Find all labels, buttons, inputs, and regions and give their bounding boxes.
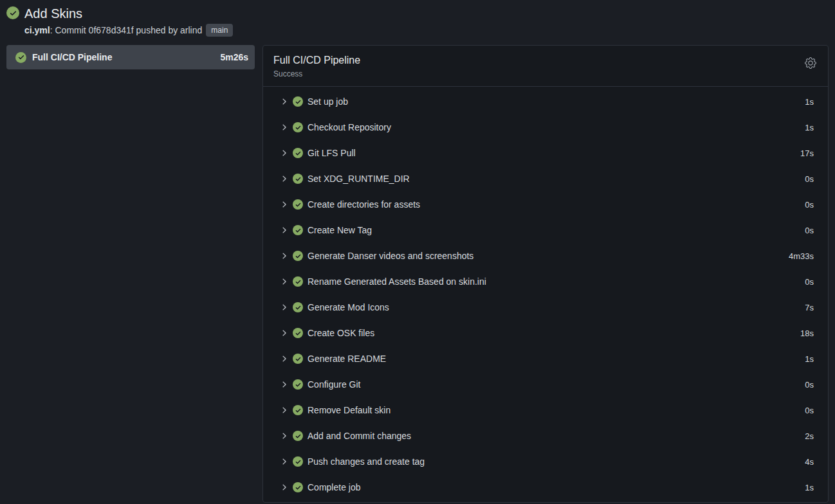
step-duration-label: 0s [805, 226, 814, 235]
step-success-check-circle-icon [293, 96, 303, 107]
step-duration-label: 17s [800, 148, 814, 158]
job-success-check-circle-icon [15, 52, 26, 63]
step-duration-label: 18s [800, 328, 814, 338]
step-success-check-circle-icon [293, 225, 303, 235]
step-name-label: Create directories for assets [307, 199, 805, 210]
step-duration-label: 1s [805, 97, 814, 107]
step-name-label: Git LFS Pull [307, 148, 800, 158]
job-panel-titles: Full CI/CD Pipeline Success [273, 54, 803, 78]
step-name-label: Remove Default skin [307, 405, 805, 415]
step-duration-label: 1s [805, 354, 814, 364]
step-name-label: Generate README [307, 354, 805, 364]
branch-badge[interactable]: main [206, 24, 233, 37]
step-success-check-circle-icon [293, 251, 303, 261]
step-row[interactable]: Set XDG_RUNTIME_DIR 0s [263, 166, 828, 192]
step-row[interactable]: Configure Git 0s [263, 372, 828, 397]
workflow-file-name: ci.yml [24, 25, 50, 35]
step-row[interactable]: Add and Commit changes 2s [263, 423, 828, 449]
step-duration-label: 0s [805, 380, 814, 390]
chevron-right-icon[interactable] [279, 201, 289, 208]
gear-icon[interactable] [803, 56, 818, 70]
step-row[interactable]: Create New Tag 0s [263, 217, 828, 243]
job-status-text: Success [273, 69, 803, 78]
step-row[interactable]: Create directories for assets 0s [263, 192, 828, 217]
step-name-label: Rename Generated Assets Based on skin.in… [307, 276, 805, 287]
chevron-right-icon[interactable] [279, 252, 289, 260]
chevron-right-icon[interactable] [279, 226, 289, 234]
step-success-check-circle-icon [293, 199, 303, 210]
chevron-right-icon[interactable] [279, 458, 289, 465]
step-name-label: Generate Mod Icons [307, 302, 805, 312]
step-row[interactable]: Generate README 1s [263, 346, 828, 372]
step-duration-label: 0s [805, 277, 814, 287]
chevron-right-icon[interactable] [279, 483, 289, 491]
step-row[interactable]: Git LFS Pull 17s [263, 140, 828, 166]
step-name-label: Create OSK files [307, 328, 800, 338]
chevron-right-icon[interactable] [279, 381, 289, 388]
run-content: Full CI/CD Pipeline 5m26s Full CI/CD Pip… [6, 45, 829, 503]
job-panel-title: Full CI/CD Pipeline [273, 54, 803, 67]
step-success-check-circle-icon [293, 302, 303, 312]
step-row[interactable]: Checkout Repository 1s [263, 114, 828, 140]
step-row[interactable]: Rename Generated Assets Based on skin.in… [263, 269, 828, 294]
step-row[interactable]: Generate Danser videos and screenshots 4… [263, 243, 828, 269]
chevron-right-icon[interactable] [279, 149, 289, 157]
step-success-check-circle-icon [293, 328, 303, 338]
step-duration-label: 4m33s [789, 251, 814, 261]
chevron-right-icon[interactable] [279, 432, 289, 440]
step-success-check-circle-icon [293, 354, 303, 364]
step-success-check-circle-icon [293, 148, 303, 158]
job-name-label: Full CI/CD Pipeline [32, 52, 220, 62]
step-name-label: Checkout Repository [307, 122, 805, 132]
step-name-label: Create New Tag [307, 225, 805, 235]
commit-label: : Commit [50, 25, 89, 35]
step-duration-label: 2s [805, 431, 814, 441]
chevron-right-icon[interactable] [279, 98, 289, 105]
chevron-right-icon[interactable] [279, 355, 289, 363]
job-duration-label: 5m26s [220, 52, 248, 62]
actions-run-page: Add Skins ci.yml: Commit 0f678d341f push… [0, 0, 835, 504]
step-name-label: Generate Danser videos and screenshots [307, 251, 789, 261]
pushed-by-label: pushed by [134, 25, 180, 35]
step-name-label: Add and Commit changes [307, 431, 805, 441]
step-success-check-circle-icon [293, 276, 303, 287]
step-row[interactable]: Complete job 1s [263, 474, 828, 500]
step-success-check-circle-icon [293, 456, 303, 467]
steps-list: Set up job 1s [263, 87, 828, 502]
step-row[interactable]: Remove Default skin 0s [263, 397, 828, 423]
actor-name[interactable]: arlind [180, 25, 202, 35]
sidebar-job-item[interactable]: Full CI/CD Pipeline 5m26s [6, 45, 255, 69]
step-row[interactable]: Generate Mod Icons 7s [263, 294, 828, 320]
step-success-check-circle-icon [293, 122, 303, 132]
step-duration-label: 1s [805, 123, 814, 132]
step-name-label: Configure Git [307, 379, 805, 390]
chevron-right-icon[interactable] [279, 123, 289, 131]
step-name-label: Set XDG_RUNTIME_DIR [307, 174, 805, 184]
chevron-right-icon[interactable] [279, 278, 289, 285]
step-name-label: Set up job [307, 96, 805, 107]
run-title: Add Skins [24, 5, 82, 22]
step-duration-label: 0s [805, 174, 814, 184]
chevron-right-icon[interactable] [279, 303, 289, 311]
step-duration-label: 4s [805, 457, 814, 467]
run-header: Add Skins [6, 5, 829, 22]
job-detail-panel: Full CI/CD Pipeline Success [262, 45, 829, 503]
step-name-label: Complete job [307, 482, 805, 492]
run-success-check-circle-icon [6, 6, 19, 19]
step-duration-label: 7s [805, 303, 814, 312]
chevron-right-icon[interactable] [279, 175, 289, 183]
step-success-check-circle-icon [293, 405, 303, 415]
step-row[interactable]: Create OSK files 18s [263, 320, 828, 346]
step-success-check-circle-icon [293, 482, 303, 492]
chevron-right-icon[interactable] [279, 329, 289, 337]
step-row[interactable]: Push changes and create tag 4s [263, 449, 828, 474]
commit-sha[interactable]: 0f678d341f [89, 25, 134, 35]
step-name-label: Push changes and create tag [307, 456, 805, 467]
run-meta-line: ci.yml: Commit 0f678d341f pushed by arli… [24, 24, 829, 37]
step-success-check-circle-icon [293, 174, 303, 184]
step-success-check-circle-icon [293, 379, 303, 390]
step-success-check-circle-icon [293, 431, 303, 441]
chevron-right-icon[interactable] [279, 406, 289, 414]
step-row[interactable]: Set up job 1s [263, 89, 828, 114]
job-panel-header: Full CI/CD Pipeline Success [263, 46, 828, 87]
